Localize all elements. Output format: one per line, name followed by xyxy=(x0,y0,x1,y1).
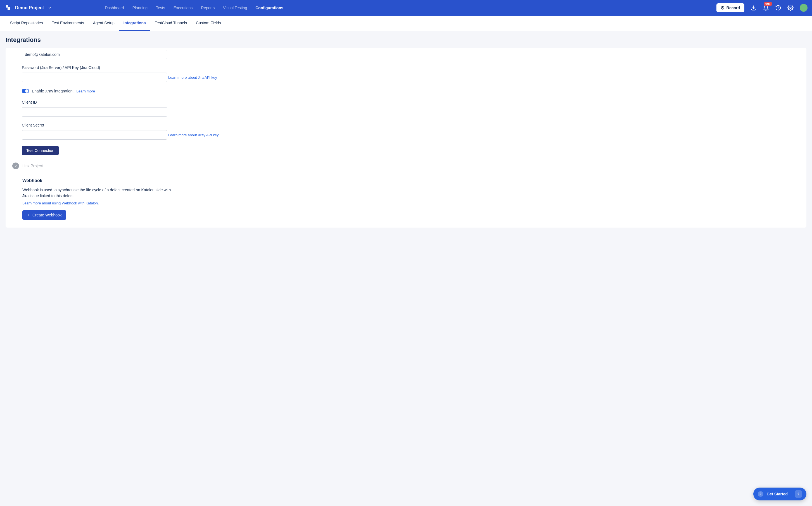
svg-point-0 xyxy=(790,7,791,9)
tab-test-environments[interactable]: Test Environments xyxy=(48,16,89,31)
integration-card: Password (Jira Server) / API Key (Jira C… xyxy=(6,48,806,228)
client-secret-group: Client Secret Learn more about Xray API … xyxy=(22,123,800,140)
top-actions: Record 99+ L xyxy=(717,3,808,12)
xray-toggle[interactable] xyxy=(22,89,29,93)
client-id-input[interactable] xyxy=(22,107,167,117)
nav-configurations[interactable]: Configurations xyxy=(255,6,283,10)
xray-toggle-row: Enable Xray integration. Learn more xyxy=(22,89,800,93)
jira-api-key-link[interactable]: Learn more about Jira API key xyxy=(168,75,217,80)
test-connection-button[interactable]: Test Connection xyxy=(22,146,59,155)
notification-badge: 99+ xyxy=(764,2,772,6)
webhook-description: Webhook is used to synchronise the life … xyxy=(22,187,173,199)
nav-visual-testing[interactable]: Visual Testing xyxy=(223,6,247,10)
notifications-icon[interactable]: 99+ xyxy=(763,5,769,11)
email-group xyxy=(22,50,800,59)
step-2-header[interactable]: 2 Link Project xyxy=(12,163,800,169)
primary-nav: Dashboard Planning Tests Executions Repo… xyxy=(105,6,283,10)
tab-integrations[interactable]: Integrations xyxy=(119,16,150,31)
nav-executions[interactable]: Executions xyxy=(173,6,193,10)
tab-testcloud-tunnels[interactable]: TestCloud Tunnels xyxy=(150,16,192,31)
webhook-heading: Webhook xyxy=(22,178,800,183)
project-selector[interactable]: Demo Project xyxy=(15,5,52,10)
nav-planning[interactable]: Planning xyxy=(133,6,148,10)
nav-dashboard[interactable]: Dashboard xyxy=(105,6,124,10)
plus-icon xyxy=(27,213,31,217)
client-id-group: Client ID xyxy=(22,100,800,117)
chevron-down-icon xyxy=(48,6,52,10)
nav-tests[interactable]: Tests xyxy=(156,6,165,10)
step-2-title: Link Project xyxy=(22,164,43,168)
recent-icon[interactable] xyxy=(775,5,781,11)
config-subtabs: Script Repositories Test Environments Ag… xyxy=(0,16,812,31)
xray-toggle-label: Enable Xray integration. xyxy=(32,89,73,93)
password-group: Password (Jira Server) / API Key (Jira C… xyxy=(22,65,800,82)
record-label: Record xyxy=(727,6,740,10)
tab-custom-fields[interactable]: Custom Fields xyxy=(192,16,225,31)
xray-learn-more-link[interactable]: Learn more xyxy=(76,89,95,93)
settings-icon[interactable] xyxy=(788,5,794,11)
client-secret-input[interactable] xyxy=(22,130,167,140)
email-input[interactable] xyxy=(22,50,167,59)
xray-api-key-link[interactable]: Learn more about Xray API key xyxy=(168,133,219,137)
webhook-learn-link[interactable]: Learn more about using Webhook with Kata… xyxy=(22,201,800,205)
password-label: Password (Jira Server) / API Key (Jira C… xyxy=(22,65,800,70)
tab-script-repositories[interactable]: Script Repositories xyxy=(6,16,48,31)
step-2-number: 2 xyxy=(12,163,19,169)
client-id-label: Client ID xyxy=(22,100,800,104)
user-avatar[interactable]: L xyxy=(800,4,808,12)
download-icon[interactable] xyxy=(750,5,757,11)
tab-agent-setup[interactable]: Agent Setup xyxy=(89,16,119,31)
record-button[interactable]: Record xyxy=(717,3,744,12)
page-title: Integrations xyxy=(0,31,812,48)
record-icon xyxy=(721,6,724,9)
top-nav-bar: Demo Project Dashboard Planning Tests Ex… xyxy=(0,0,812,16)
project-name: Demo Project xyxy=(15,5,44,10)
client-secret-label: Client Secret xyxy=(22,123,800,128)
webhook-section: Webhook Webhook is used to synchronise t… xyxy=(22,178,800,220)
create-webhook-button[interactable]: Create Webhook xyxy=(22,210,66,220)
test-connection-label: Test Connection xyxy=(26,148,54,153)
step-1-body: Password (Jira Server) / API Key (Jira C… xyxy=(16,48,800,161)
create-webhook-label: Create Webhook xyxy=(32,213,62,217)
nav-reports[interactable]: Reports xyxy=(201,6,215,10)
app-logo-icon xyxy=(4,4,11,11)
password-input[interactable] xyxy=(22,73,167,82)
